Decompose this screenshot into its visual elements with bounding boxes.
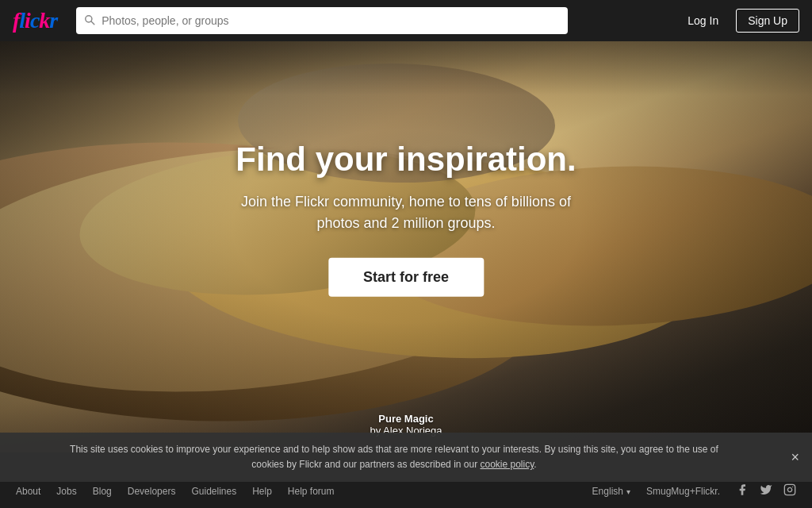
photo-title: Pure Magic xyxy=(370,413,442,425)
search-container xyxy=(76,7,568,34)
footer-link-developers[interactable]: Developers xyxy=(128,486,176,497)
hero-content: Find your inspiration. Join the Flickr c… xyxy=(236,140,576,297)
header-actions: Log In Sign Up xyxy=(678,9,799,33)
signup-button[interactable]: Sign Up xyxy=(736,9,799,33)
footer-smugmug[interactable]: SmugMug+Flickr. xyxy=(646,486,720,497)
hero-subtitle: Join the Flickr community, home to tens … xyxy=(236,191,576,234)
header: flickr Log In Sign Up xyxy=(0,0,812,41)
footer-links: AboutJobsBlogDevelopersGuidelinesHelpHel… xyxy=(16,486,576,497)
search-icon xyxy=(84,14,95,28)
footer-link-blog[interactable]: Blog xyxy=(93,486,112,497)
search-bar xyxy=(76,7,568,34)
cookie-banner: This site uses cookies to improve your e… xyxy=(0,433,812,482)
language-label: English xyxy=(592,486,623,497)
hero-title: Find your inspiration. xyxy=(236,140,576,179)
cookie-text: This site uses cookies to improve your e… xyxy=(70,444,718,470)
cookie-close-button[interactable]: × xyxy=(791,449,799,466)
login-button[interactable]: Log In xyxy=(678,10,728,32)
chevron-down-icon: ▾ xyxy=(626,487,630,496)
twitter-icon[interactable] xyxy=(760,483,772,499)
footer-social xyxy=(736,483,796,499)
flickr-logo[interactable]: flickr xyxy=(13,8,57,33)
search-input[interactable] xyxy=(76,7,568,34)
svg-line-1 xyxy=(91,21,94,25)
footer-link-jobs[interactable]: Jobs xyxy=(56,486,76,497)
start-free-button[interactable]: Start for free xyxy=(328,258,484,297)
cookie-policy-link[interactable]: cookie policy xyxy=(480,459,534,470)
footer-link-about[interactable]: About xyxy=(16,486,40,497)
footer-link-help-forum[interactable]: Help forum xyxy=(288,486,335,497)
footer-link-guidelines[interactable]: Guidelines xyxy=(191,486,236,497)
footer-language[interactable]: English ▾ xyxy=(592,486,630,497)
footer-link-help[interactable]: Help xyxy=(252,486,272,497)
hero-section: Find your inspiration. Join the Flickr c… xyxy=(0,0,812,452)
instagram-icon[interactable] xyxy=(783,483,796,499)
svg-rect-2 xyxy=(784,484,795,495)
facebook-icon[interactable] xyxy=(736,483,749,499)
